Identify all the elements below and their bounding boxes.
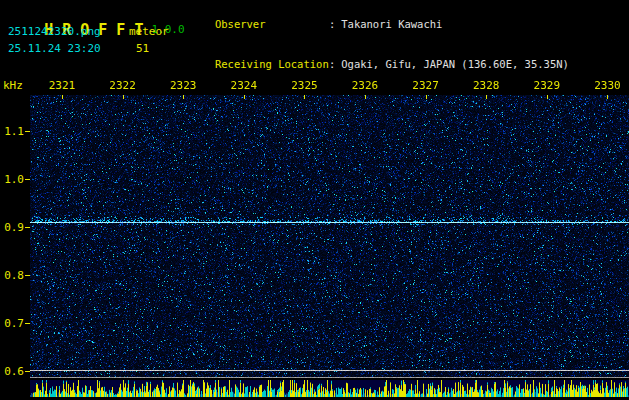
- x-axis-label: 2326: [343, 79, 387, 92]
- x-axis-tick: [304, 95, 305, 99]
- y-axis-tick: [25, 227, 30, 228]
- x-axis-label: 2322: [101, 79, 145, 92]
- info-separator: :: [329, 18, 335, 30]
- info-separator: :: [329, 58, 335, 70]
- x-axis-tick: [244, 95, 245, 99]
- x-axis-tick: [62, 95, 63, 99]
- spectrogram-canvas: [30, 95, 629, 378]
- hrofft-screen: H R O F F T1.0.0 2511242320.png meteor 2…: [0, 0, 629, 400]
- x-axis-tick: [486, 95, 487, 99]
- x-axis-tick: [183, 95, 184, 99]
- x-axis-tick: [607, 95, 608, 99]
- mode-label: meteor: [129, 25, 169, 38]
- signal-level-strip-canvas: [30, 380, 629, 397]
- x-axis-tick: [547, 95, 548, 99]
- x-axis-label: 2325: [282, 79, 326, 92]
- info-value: Takanori Kawachi: [341, 18, 442, 30]
- x-axis-label: 2324: [222, 79, 266, 92]
- x-axis-tick: [426, 95, 427, 99]
- info-value: Ogaki, Gifu, JAPAN (136.60E, 35.35N): [341, 58, 569, 70]
- y-axis-label: 0.8: [0, 269, 24, 282]
- x-axis-label: 2327: [404, 79, 448, 92]
- y-axis-label: 0.6: [0, 365, 24, 378]
- y-axis-tick: [25, 371, 30, 372]
- y-axis-label: 1.0: [0, 173, 24, 186]
- y-axis-label: 0.9: [0, 221, 24, 234]
- y-axis-tick: [25, 275, 30, 276]
- y-axis-tick: [25, 131, 30, 132]
- y-axis-label: 0.7: [0, 317, 24, 330]
- count-value: 51: [136, 42, 149, 55]
- info-row-observer: Observer:Takanori Kawachi: [177, 4, 569, 45]
- y-axis-tick: [25, 323, 30, 324]
- x-axis-tick: [123, 95, 124, 99]
- info-label: Observer: [215, 18, 329, 32]
- x-axis-label: 2330: [585, 79, 629, 92]
- info-label: Receiving Location: [215, 58, 329, 72]
- x-axis-label: 2321: [40, 79, 84, 92]
- x-axis-label: 2329: [525, 79, 569, 92]
- x-axis-tick: [365, 95, 366, 99]
- y-axis-unit-label: kHz: [3, 79, 23, 92]
- observation-datetime: 25.11.24 23:20: [8, 42, 101, 55]
- x-axis-label: 2323: [161, 79, 205, 92]
- output-filename: 2511242320.png: [8, 25, 101, 38]
- x-axis-label: 2328: [464, 79, 508, 92]
- y-axis-label: 1.1: [0, 125, 24, 138]
- y-axis-tick: [25, 179, 30, 180]
